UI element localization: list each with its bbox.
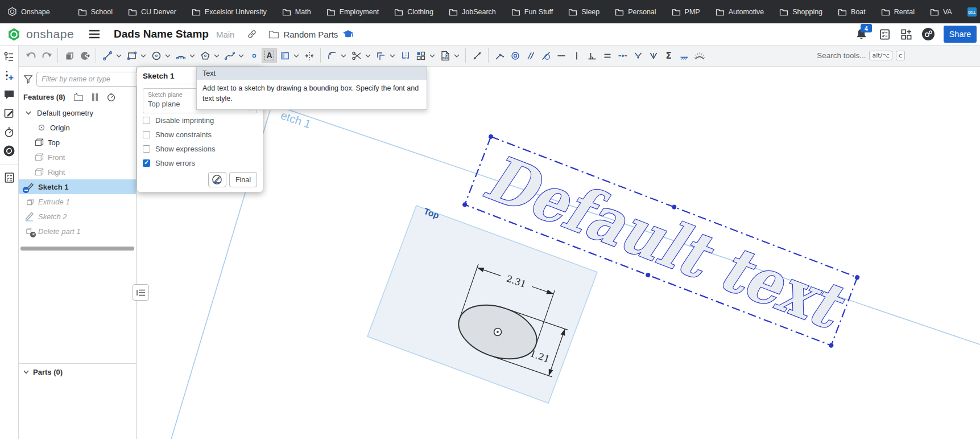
trim-tool-dropdown[interactable] (364, 48, 371, 63)
import-dxf-dropdown[interactable] (453, 48, 460, 63)
coincident-constraint[interactable] (492, 48, 507, 63)
feature-item-extrude1[interactable]: Extrude 1 (19, 194, 136, 209)
checkbox-show-constraints[interactable]: Show constraints (143, 128, 257, 142)
feature-item-front[interactable]: Front (19, 150, 136, 165)
feature-item-origin[interactable]: Origin (19, 120, 136, 135)
box-corner-handle[interactable] (488, 134, 494, 140)
parts-section-header[interactable]: Parts (0) (19, 363, 136, 380)
chevron-down-icon[interactable] (23, 108, 34, 118)
document-title[interactable]: Dads Name Stamp (114, 28, 209, 40)
undo-button[interactable] (23, 48, 39, 63)
normal-constraint[interactable] (646, 48, 661, 63)
trim-tool[interactable] (349, 48, 364, 63)
slot-tool-dropdown[interactable] (292, 48, 300, 63)
line-tool[interactable] (100, 48, 115, 63)
bookmark-item[interactable]: Math (282, 8, 311, 16)
checkbox-show-expressions[interactable]: Show expressions (143, 142, 257, 156)
hamburger-menu-icon[interactable] (89, 30, 100, 39)
box-corner-handle[interactable] (462, 202, 468, 207)
bookmark-item[interactable]: Excelsior University (192, 8, 267, 16)
feature-item-sketch2[interactable]: Sketch 2 (19, 209, 136, 224)
checklist-icon[interactable] (3, 171, 15, 184)
symmetric-constraint[interactable] (630, 48, 646, 63)
bookmark-item[interactable]: Automotive (716, 8, 764, 16)
sketch-mode-button[interactable] (208, 172, 226, 187)
arc-tool[interactable] (173, 48, 188, 63)
onshape-logo-icon[interactable] (7, 27, 21, 42)
arc-tool-dropdown[interactable] (188, 48, 196, 63)
spline-tool[interactable] (222, 48, 237, 63)
offset-tool-dropdown[interactable] (388, 48, 396, 63)
learning-center-icon[interactable] (921, 27, 935, 41)
pattern-tool[interactable] (413, 48, 428, 63)
bookmark-item[interactable]: JobSearch (449, 8, 496, 16)
circle-tool[interactable] (148, 48, 164, 63)
search-tools[interactable]: Search tools... alt/⌥ c (817, 51, 905, 60)
apps-grid-icon[interactable] (900, 28, 912, 40)
bookmark-item[interactable]: Personal (615, 8, 656, 16)
checkbox[interactable] (143, 145, 150, 153)
bookmark-item[interactable]: Employment (326, 8, 379, 16)
perpendicular-constraint[interactable] (584, 48, 599, 63)
slot-tool[interactable] (277, 48, 292, 63)
comment-icon[interactable] (3, 88, 15, 101)
equal-constraint[interactable] (599, 48, 615, 63)
bookmark-item[interactable]: DELLPrecision 3560 Part... (967, 7, 980, 17)
insert-version-icon[interactable] (3, 69, 15, 82)
pattern-tool-dropdown[interactable] (428, 48, 436, 63)
canvas-feature-list-toggle[interactable] (133, 284, 149, 301)
fillet-tool[interactable] (324, 48, 340, 63)
revolve-icon[interactable] (77, 48, 92, 63)
checkbox[interactable] (143, 159, 150, 167)
polygon-tool[interactable] (197, 48, 213, 63)
fix-constraint[interactable] (676, 48, 692, 63)
vertical-constraint[interactable] (569, 48, 584, 63)
extrude-icon[interactable] (61, 48, 77, 63)
import-dxf-tool[interactable]: DXF (437, 48, 453, 63)
curvature-comb-tool[interactable] (692, 48, 707, 63)
checkbox[interactable] (143, 117, 150, 124)
bookmark-item[interactable]: Rental (881, 8, 915, 16)
box-corner-handle[interactable] (854, 274, 860, 280)
bookmark-item[interactable]: PMP (672, 8, 700, 16)
workspace-name[interactable]: Main (216, 30, 235, 39)
use-project-tool[interactable] (398, 48, 413, 63)
history-icon[interactable] (3, 126, 15, 138)
new-folder-icon[interactable] (73, 93, 84, 101)
bookmark-item[interactable]: Sleep (568, 8, 599, 16)
bookmark-item[interactable]: VA (930, 8, 952, 16)
box-corner-handle[interactable] (828, 342, 834, 348)
circle-tool-dropdown[interactable] (164, 48, 171, 63)
fillet-tool-dropdown[interactable] (340, 48, 347, 63)
redo-button[interactable] (39, 48, 54, 63)
midpoint-constraint[interactable] (615, 48, 630, 63)
rectangle-tool-dropdown[interactable] (139, 48, 147, 63)
checkbox[interactable] (143, 131, 150, 138)
horizontal-constraint[interactable] (553, 48, 569, 63)
bookmark-item[interactable]: Fun Stuff (511, 8, 553, 16)
checkbox-show-errors[interactable]: Show errors (143, 156, 257, 170)
concentric-constraint[interactable] (507, 48, 523, 63)
link-icon[interactable] (247, 29, 257, 39)
onshape-learning-icon[interactable] (3, 145, 15, 157)
bookmark-item[interactable]: School (78, 8, 113, 16)
spline-tool-dropdown[interactable] (237, 48, 245, 63)
mirror-tool[interactable] (301, 48, 317, 63)
offset-tool[interactable] (373, 48, 388, 63)
feature-item-default-geometry[interactable]: Default geometry (19, 105, 136, 120)
tasks-icon[interactable] (879, 28, 891, 40)
suppress-pause-icon[interactable] (92, 93, 98, 101)
notifications-button[interactable]: 4 (855, 28, 867, 40)
share-button[interactable]: Share (944, 26, 977, 43)
feature-item-sketch1[interactable]: Sketch 1 (19, 179, 136, 194)
bookmark-item[interactable]: CU Denver (128, 8, 176, 16)
panel-scrollbar[interactable] (20, 247, 134, 251)
graduation-cap-icon[interactable] (342, 30, 354, 39)
equation-tool[interactable]: Σ (661, 48, 676, 63)
polygon-tool-dropdown[interactable] (213, 48, 220, 63)
feature-item-delete-part1[interactable]: ✕ Delete part 1 (19, 224, 136, 239)
final-button[interactable]: Final (229, 172, 257, 187)
dimension-tool[interactable] (469, 48, 485, 63)
parallel-constraint[interactable] (523, 48, 538, 63)
feature-item-top[interactable]: Top (19, 135, 136, 150)
